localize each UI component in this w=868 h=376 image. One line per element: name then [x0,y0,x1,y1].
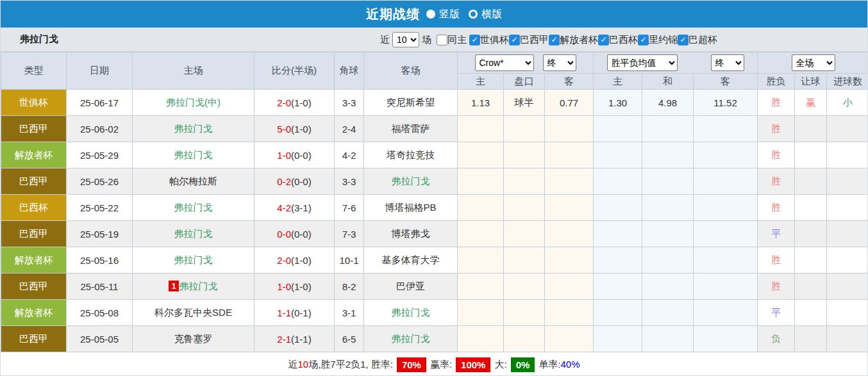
match-date: 25-06-02 [67,116,133,142]
away-team-name[interactable]: 弗拉门戈 [392,176,430,186]
table-row: 解放者杯25-05-16弗拉门戈2-0(1-0)10-1基多体育大学胜 [1,247,868,274]
league-type-badge: 世俱杯 [1,90,67,116]
corner-count: 4-2 [335,142,364,168]
halftime-score: (3-1) [291,202,312,213]
away-team-name: 福塔雷萨 [392,123,430,134]
away-team[interactable]: 弗拉门戈 [364,300,458,326]
odds-handicap: 球半 [504,90,545,116]
results-table: 类型 日期 主场 比分(半场) 角球 客场 Crow* 终 胜平负均值 终 [1,52,868,352]
col-header-score: 比分(半场) [255,53,335,90]
checkbox-checked-icon[interactable]: ✓ [638,35,649,45]
goals-result-cell [827,221,868,247]
radio-vertical-layout[interactable]: 竖版 [426,8,460,21]
radio-unselected-icon[interactable] [469,10,478,19]
odds-away [545,274,594,300]
halftime-score: (1-1) [291,334,312,345]
home-team[interactable]: 1弗拉门戈 [133,274,255,300]
table-row: 巴西甲25-05-05克鲁塞罗2-1(1-1)6-5弗拉门戈负 [1,326,868,352]
match-count-select[interactable]: 10 [392,32,419,47]
fulltime-score: 1-0 [277,150,291,161]
title-bar: 近期战绩 竖版 横版 [1,1,867,28]
corner-count: 7-3 [335,221,364,247]
odds-home [458,247,504,274]
home-team-name[interactable]: 弗拉门戈 [174,254,213,265]
home-team-name[interactable]: 弗拉门戈 [174,123,213,134]
home-team-name[interactable]: 弗拉门戈 [174,202,213,213]
odds-home [458,168,504,195]
league-filter-世俱杯[interactable]: ✓世俱杯 [469,34,509,46]
home-team[interactable]: 弗拉门戈 [133,247,255,274]
odds-away [545,116,594,142]
avg-home: 1.30 [594,90,642,116]
halftime-score: (0-0) [291,150,312,161]
col-header-home: 主场 [133,53,255,90]
table-row: 巴西甲25-05-111弗拉门戈1-0(1-0)8-2巴伊亚胜 [1,274,868,300]
goals-result-cell [827,195,868,221]
away-team-name: 塔奇拉竞技 [387,149,435,160]
league-filter-巴西甲[interactable]: ✓巴西甲 [509,34,549,46]
odds-stage-select[interactable]: 终 [543,54,576,71]
league-filter-里约锦[interactable]: ✓里约锦 [638,34,678,46]
table-row: 解放者杯25-05-29弗拉门戈1-0(0-0)4-2塔奇拉竞技胜 [1,142,868,168]
halftime-score: (1-0) [291,124,312,135]
avg-type-select[interactable]: 胜平负均值 [607,54,678,71]
league-type-badge: 巴西甲 [1,116,67,142]
corner-count: 7-6 [335,195,364,221]
away-team-name[interactable]: 弗拉门戈 [392,333,430,344]
team-name: 弗拉门戈 [1,33,58,45]
checkbox-unchecked-icon[interactable] [437,35,447,45]
league-type-badge: 解放者杯 [1,142,67,168]
odds-away: 0.77 [545,90,594,116]
odds-away [545,300,594,326]
league-filter-解放者杯[interactable]: ✓解放者杯 [549,34,598,46]
checkbox-checked-icon[interactable]: ✓ [469,35,480,45]
scope-group-header: 全场 [758,53,868,74]
home-team-name: 克鲁塞罗 [174,333,213,344]
halftime-score: (1-0) [291,281,312,292]
odds-handicap [504,300,545,326]
home-team-name[interactable]: 弗拉门戈 [174,149,213,160]
away-team-name[interactable]: 弗拉门戈 [392,307,430,318]
radio-selected-icon[interactable] [426,10,435,19]
result-cell: 胜 [758,247,795,274]
checkbox-checked-icon[interactable]: ✓ [598,35,609,45]
home-team[interactable]: 弗拉门戈 [133,195,255,221]
handicap-result-cell [795,116,827,142]
handicap-result-cell [795,168,827,195]
league-type-badge: 解放者杯 [1,300,67,326]
subheader-avg-draw: 和 [642,74,694,90]
table-row: 巴西甲25-06-02弗拉门戈5-0(1-0)2-4福塔雷萨胜 [1,116,868,142]
league-filter-label: 同主 [447,34,467,46]
checkbox-checked-icon[interactable]: ✓ [678,35,689,45]
avg-stage-select[interactable]: 终 [711,54,744,71]
league-filter-同主[interactable]: 同主 [437,34,467,46]
odds-company-select[interactable]: Crow* [475,54,534,71]
home-team: 克鲁塞罗 [133,326,255,352]
home-team: 科尔多瓦中央SDE [133,300,255,326]
fulltime-score: 2-1 [277,334,291,345]
home-team[interactable]: 弗拉门戈 [133,142,255,168]
single-rate-label: 单率:40% [538,359,580,371]
radio-horizontal-layout[interactable]: 横版 [469,8,502,21]
home-team[interactable]: 弗拉门戈 [133,116,255,142]
scope-select[interactable]: 全场 [792,54,835,71]
away-team[interactable]: 弗拉门戈 [364,168,458,195]
home-team-name[interactable]: 弗拉门戈 [174,228,213,239]
home-team[interactable]: 弗拉门戈 [133,221,255,247]
subheader-odds-away: 客 [545,74,594,90]
home-team[interactable]: 弗拉门戈(中) [133,90,255,116]
avg-draw: 4.98 [642,90,694,116]
corner-count: 3-3 [335,168,364,195]
home-team-name[interactable]: 弗拉门戈 [179,281,218,291]
league-filter-巴超杯[interactable]: ✓巴超杯 [678,34,717,46]
away-team: 巴伊亚 [364,274,458,300]
checkbox-checked-icon[interactable]: ✓ [549,35,560,45]
avg-away: 11.52 [694,90,758,116]
single-rate-value: 40% [560,359,580,370]
avg-away [694,168,758,195]
league-filter-巴西杯[interactable]: ✓巴西杯 [598,34,638,46]
home-team-name[interactable]: 弗拉门戈(中) [166,97,221,108]
match-date: 25-05-26 [67,168,133,195]
checkbox-checked-icon[interactable]: ✓ [509,35,520,45]
away-team[interactable]: 弗拉门戈 [364,326,458,352]
